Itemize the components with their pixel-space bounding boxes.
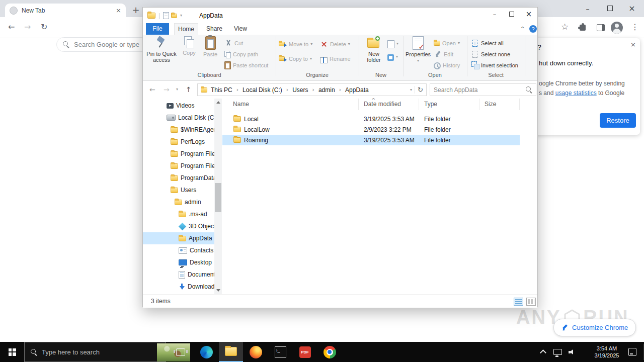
paste-button[interactable]: Paste (200, 36, 220, 57)
help-icon[interactable]: ? (529, 25, 537, 33)
tree-item-admin[interactable]: admin (143, 196, 214, 208)
nav-history-dropdown-icon[interactable]: ▾ (176, 87, 178, 92)
taskbar-search-input[interactable] (42, 348, 107, 356)
large-icons-view-button[interactable] (526, 298, 536, 306)
start-button[interactable] (0, 342, 24, 362)
tree-item-perflogs[interactable]: PerfLogs (143, 136, 214, 148)
tree-scrollbar[interactable] (214, 99, 222, 294)
history-button[interactable]: History (434, 60, 460, 70)
usage-statistics-link[interactable]: usage statistics (555, 89, 597, 97)
profile-avatar[interactable] (611, 22, 623, 34)
restore-button[interactable]: Restore (600, 113, 636, 128)
tree-item-program-files-2[interactable]: Program Files (143, 160, 214, 172)
qat-new-folder-icon[interactable] (171, 14, 177, 18)
breadcrumb-local-disk-c[interactable]: Local Disk (C:) (240, 86, 285, 94)
taskbar-search-box[interactable] (24, 342, 166, 362)
browser-forward-icon[interactable]: → (24, 23, 31, 31)
sort-ascending-icon[interactable]: ^ (371, 98, 375, 103)
extensions-icon[interactable] (580, 25, 586, 31)
move-to-button[interactable]: Move to ▾ (279, 39, 312, 49)
tab-view[interactable]: View (229, 23, 252, 35)
column-header-name[interactable]: Name (222, 99, 359, 110)
copy-button[interactable]: Copy (179, 36, 199, 56)
breadcrumb-this-pc[interactable]: This PC (208, 86, 235, 94)
tree-item-downloads[interactable]: Downloads (143, 281, 214, 293)
customize-chrome-button[interactable]: Customize Chrome (553, 319, 636, 336)
new-tab-button[interactable]: + (130, 4, 142, 16)
side-panel-icon[interactable] (597, 24, 605, 31)
breadcrumb-appdata[interactable]: AppData (343, 86, 371, 94)
copy-path-button[interactable]: Copy path (224, 49, 258, 59)
easy-access-button[interactable]: ▾ (387, 52, 398, 62)
taskbar-terminal-button[interactable]: ›_ (268, 342, 292, 362)
browser-refresh-icon[interactable]: ↻ (41, 23, 47, 31)
qat-dropdown-icon[interactable]: ▾ (180, 14, 182, 18)
action-center-button[interactable] (624, 342, 641, 362)
refresh-icon[interactable]: ↻ (418, 86, 423, 93)
scrollbar-thumb[interactable] (215, 183, 221, 212)
paste-shortcut-button[interactable]: Paste shortcut (224, 60, 268, 70)
tab-file[interactable]: File (146, 23, 169, 35)
browser-maximize-button[interactable] (599, 0, 621, 17)
breadcrumb-users[interactable]: Users (290, 86, 310, 94)
qat-properties-icon[interactable] (163, 12, 169, 19)
tree-item-program-files[interactable]: Program Files (143, 148, 214, 160)
browser-minimize-button[interactable]: – (577, 0, 599, 17)
explorer-minimize-button[interactable]: – (486, 8, 503, 21)
browser-back-icon[interactable]: ← (8, 23, 15, 31)
taskbar-chrome-button[interactable] (317, 342, 342, 362)
edit-button[interactable]: Edit (434, 49, 453, 59)
invert-selection-button[interactable]: Invert selection (471, 60, 518, 70)
file-row-roaming[interactable]: Roaming 3/19/2025 3:53 AM File folder (222, 135, 520, 145)
delete-button[interactable]: Delete ▾ (320, 39, 350, 49)
tab-share[interactable]: Share (202, 23, 226, 35)
file-row-local[interactable]: Local 3/19/2025 3:53 AM File folder (222, 114, 520, 124)
taskbar-edge-button[interactable] (194, 342, 218, 362)
address-dropdown-icon[interactable]: ▾ (410, 88, 412, 92)
browser-menu-icon[interactable]: ⋮ (631, 23, 639, 31)
cut-button[interactable]: Cut (224, 38, 243, 48)
nav-back-icon[interactable]: ← (149, 86, 155, 93)
column-header-size[interactable]: Size (479, 99, 520, 110)
new-item-button[interactable]: ▾ (387, 39, 398, 49)
tree-item-videos[interactable]: Videos (143, 100, 214, 112)
bookmark-star-icon[interactable]: ☆ (561, 23, 569, 31)
select-none-button[interactable]: Select none (471, 49, 510, 59)
new-folder-button[interactable]: New folder (363, 36, 385, 63)
taskbar-firefox-button[interactable] (244, 342, 268, 362)
details-view-button[interactable] (514, 298, 523, 306)
select-all-button[interactable]: Select all (471, 38, 504, 48)
tree-item-desktop[interactable]: Desktop (143, 256, 214, 268)
taskbar-pdf-button[interactable]: PDF (293, 342, 317, 362)
tray-expand-button[interactable] (536, 342, 549, 362)
explorer-close-button[interactable]: × (520, 8, 537, 21)
scroll-down-icon[interactable] (216, 289, 220, 292)
explorer-search-input[interactable] (434, 86, 526, 94)
taskbar-file-explorer-button[interactable] (219, 342, 243, 362)
column-header-type[interactable]: Type (419, 99, 479, 110)
tab-home[interactable]: Home (174, 23, 198, 35)
tree-item-local-disk-c[interactable]: Local Disk (C:) (143, 112, 214, 124)
notification-close-icon[interactable]: × (630, 41, 636, 48)
tree-item-contacts[interactable]: Contacts (143, 244, 214, 256)
tree-item-ms-ad[interactable]: .ms-ad (143, 208, 214, 220)
breadcrumb-admin[interactable]: admin (316, 86, 338, 94)
tree-item-3d-objects[interactable]: 3D Objects (143, 220, 214, 232)
tree-item-winreagent[interactable]: $WinREAgent (143, 124, 214, 136)
task-view-button[interactable] (171, 342, 190, 362)
copy-to-button[interactable]: Copy to ▾ (279, 54, 312, 64)
tree-item-appdata[interactable]: AppData (143, 232, 214, 244)
pin-to-quick-access-button[interactable]: Pin to Quick access (146, 36, 177, 63)
rename-button[interactable]: Rename (320, 54, 351, 64)
browser-close-button[interactable]: × (621, 0, 643, 17)
nav-up-icon[interactable]: ↑ (186, 86, 192, 93)
scroll-up-icon[interactable] (216, 101, 220, 104)
tree-item-users[interactable]: Users (143, 184, 214, 196)
column-header-date-modified[interactable]: Date modified (359, 99, 419, 110)
tree-item-documents[interactable]: Documents (143, 268, 214, 281)
breadcrumb-bar[interactable]: This PC › Local Disk (C:) › Users › admi… (197, 83, 427, 96)
browser-tab[interactable]: New Tab × (5, 4, 126, 17)
file-row-locallow[interactable]: LocalLow 2/9/2023 3:22 PM File folder (222, 124, 520, 135)
volume-tray-button[interactable] (565, 342, 579, 362)
open-button[interactable]: Open ▾ (434, 38, 460, 48)
